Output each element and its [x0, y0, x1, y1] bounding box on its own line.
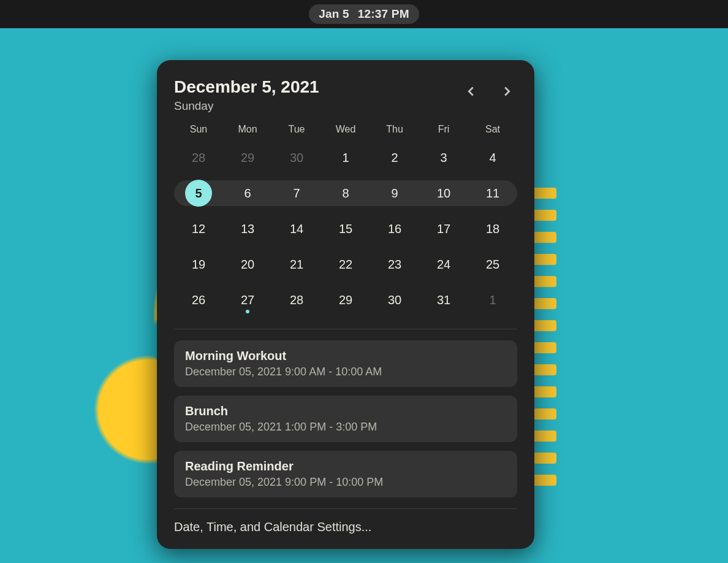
event-time: December 05, 2021 9:00 AM - 10:00 AM	[185, 366, 506, 378]
calendar-popover: December 5, 2021 Sunday Sun Mon Tue Wed …	[157, 60, 534, 549]
calendar-day[interactable]: 29	[321, 293, 370, 307]
event-card[interactable]: Reading ReminderDecember 05, 2021 9:00 P…	[174, 451, 517, 497]
dow-tue: Tue	[272, 124, 321, 135]
calendar-day[interactable]: 1	[321, 151, 370, 165]
calendar-day[interactable]: 9	[370, 186, 419, 201]
event-card[interactable]: Morning WorkoutDecember 05, 2021 9:00 AM…	[174, 340, 517, 387]
calendar-weekday: Sunday	[174, 99, 319, 113]
calendar-day[interactable]: 1	[468, 293, 517, 307]
chevron-right-icon	[500, 85, 514, 98]
topbar-time: 12:37 PM	[358, 7, 409, 21]
calendar-day[interactable]: 11	[468, 186, 517, 201]
divider	[174, 508, 517, 509]
calendar-week-row: 567891011	[174, 175, 517, 211]
prev-month-button[interactable]	[464, 85, 478, 101]
dow-thu: Thu	[370, 124, 419, 135]
dow-wed: Wed	[321, 124, 370, 135]
top-bar: Jan 5 12:37 PM	[0, 0, 728, 28]
event-time: December 05, 2021 1:00 PM - 3:00 PM	[185, 421, 506, 434]
calendar-day[interactable]: 22	[321, 258, 370, 272]
calendar-day[interactable]: 6	[223, 186, 272, 201]
calendar-day[interactable]: 30	[272, 151, 321, 165]
dow-sat: Sat	[468, 124, 517, 135]
calendar-settings-link[interactable]: Date, Time, and Calendar Settings...	[174, 520, 517, 534]
calendar-day[interactable]: 4	[468, 151, 517, 165]
calendar-day[interactable]: 21	[272, 258, 321, 272]
calendar-day[interactable]: 31	[419, 293, 468, 307]
desktop: December 5, 2021 Sunday Sun Mon Tue Wed …	[0, 28, 728, 563]
calendar-week-row: 2829301234	[174, 140, 517, 175]
calendar-day[interactable]: 10	[419, 186, 468, 201]
event-title: Brunch	[185, 404, 506, 418]
calendar-week-row: 2627282930311	[174, 282, 517, 318]
calendar-day[interactable]: 28	[272, 293, 321, 307]
next-month-button[interactable]	[500, 85, 514, 101]
event-title: Reading Reminder	[185, 459, 506, 473]
divider	[174, 329, 517, 329]
calendar-day[interactable]: 3	[419, 151, 468, 165]
calendar-day[interactable]: 7	[272, 186, 321, 201]
event-card[interactable]: BrunchDecember 05, 2021 1:00 PM - 3:00 P…	[174, 396, 517, 442]
calendar-day[interactable]: 2	[370, 151, 419, 165]
calendar-day[interactable]: 16	[370, 222, 419, 236]
calendar-day[interactable]: 8	[321, 186, 370, 201]
calendar-day[interactable]: 26	[174, 293, 223, 307]
event-time: December 05, 2021 9:00 PM - 10:00 PM	[185, 476, 506, 489]
topbar-date: Jan 5	[319, 7, 349, 21]
calendar-day[interactable]: 18	[468, 222, 517, 236]
calendar-week-row: 12131415161718	[174, 211, 517, 247]
clock-button[interactable]: Jan 5 12:37 PM	[309, 4, 419, 24]
dow-sun: Sun	[174, 124, 223, 135]
calendar-day[interactable]: 19	[174, 258, 223, 272]
calendar-day[interactable]: 15	[321, 222, 370, 236]
calendar-day[interactable]: 17	[419, 222, 468, 236]
calendar-day[interactable]: 20	[223, 258, 272, 272]
calendar-day[interactable]: 28	[174, 151, 223, 165]
calendar-day[interactable]: 14	[272, 222, 321, 236]
calendar-day[interactable]: 27	[223, 293, 272, 307]
dow-mon: Mon	[223, 124, 272, 135]
calendar-day[interactable]: 23	[370, 258, 419, 272]
calendar-day[interactable]: 29	[223, 151, 272, 165]
day-of-week-header: Sun Mon Tue Wed Thu Fri Sat	[174, 124, 517, 135]
calendar-title: December 5, 2021	[174, 77, 319, 97]
calendar-day[interactable]: 24	[419, 258, 468, 272]
calendar-day[interactable]: 25	[468, 258, 517, 272]
calendar-day[interactable]: 13	[223, 222, 272, 236]
chevron-left-icon	[464, 85, 478, 98]
calendar-week-row: 19202122232425	[174, 247, 517, 282]
calendar-day[interactable]: 30	[370, 293, 419, 307]
event-title: Morning Workout	[185, 349, 506, 363]
calendar-day[interactable]: 12	[174, 222, 223, 236]
dow-fri: Fri	[419, 124, 468, 135]
calendar-day[interactable]: 5	[174, 186, 223, 201]
